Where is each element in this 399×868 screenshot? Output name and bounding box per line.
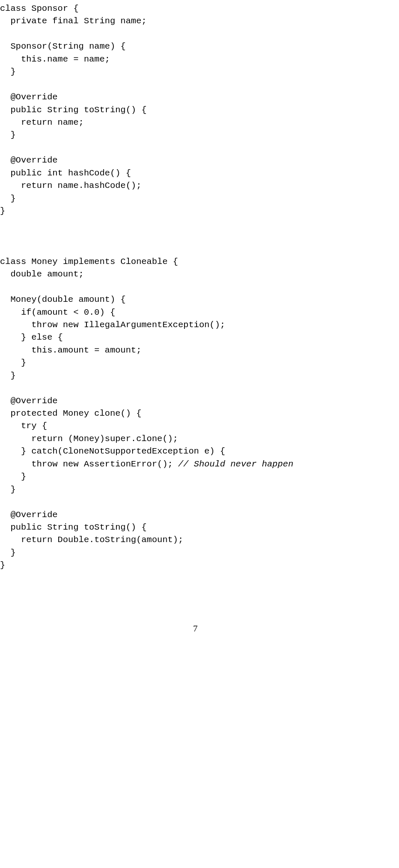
code-line: } (0, 371, 16, 380)
code-line: @Override (0, 155, 58, 165)
code-line: throw new AssertionError(); (0, 459, 178, 469)
code-line: return name.hashCode(); (0, 181, 141, 190)
code-line: } catch(CloneNotSupportedException e) { (0, 446, 225, 456)
code-line: Money(double amount) { (0, 295, 126, 304)
code-line: } (0, 560, 5, 570)
code-line: @Override (0, 396, 58, 406)
code-line: public String toString() { (0, 523, 147, 532)
code-line: protected Money clone() { (0, 409, 141, 418)
code-line: class Sponsor { (0, 4, 79, 13)
code-line: } (0, 548, 16, 557)
code-line: class Money implements Cloneable { (0, 257, 178, 266)
code-line: } (0, 194, 16, 203)
code-comment: // Should never happen (178, 459, 293, 469)
code-line: } (0, 67, 16, 76)
page-number: 7 (0, 622, 391, 635)
code-block: class Sponsor { private final String nam… (0, 2, 391, 572)
code-line: } (0, 206, 5, 216)
code-line: return (Money)super.clone(); (0, 434, 178, 444)
code-line: this.name = name; (0, 54, 110, 64)
code-line: Sponsor(String name) { (0, 42, 126, 51)
code-line: } (0, 485, 16, 494)
code-line: return name; (0, 118, 84, 127)
code-line: try { (0, 421, 47, 431)
code-line: public String toString() { (0, 105, 147, 115)
code-line: } else { (0, 333, 63, 342)
code-line: @Override (0, 92, 58, 102)
code-line: double amount; (0, 269, 84, 279)
code-line: } (0, 472, 26, 481)
code-line: } (0, 358, 26, 367)
code-line: public int hashCode() { (0, 168, 131, 178)
code-line: if(amount < 0.0) { (0, 308, 115, 317)
code-page: class Sponsor { private final String nam… (0, 0, 399, 648)
code-line: @Override (0, 510, 58, 520)
code-line: } (0, 130, 16, 140)
code-line: return Double.toString(amount); (0, 535, 183, 545)
code-line: this.amount = amount; (0, 345, 141, 355)
code-line: throw new IllegalArgumentException(); (0, 320, 225, 330)
code-line: private final String name; (0, 16, 147, 26)
